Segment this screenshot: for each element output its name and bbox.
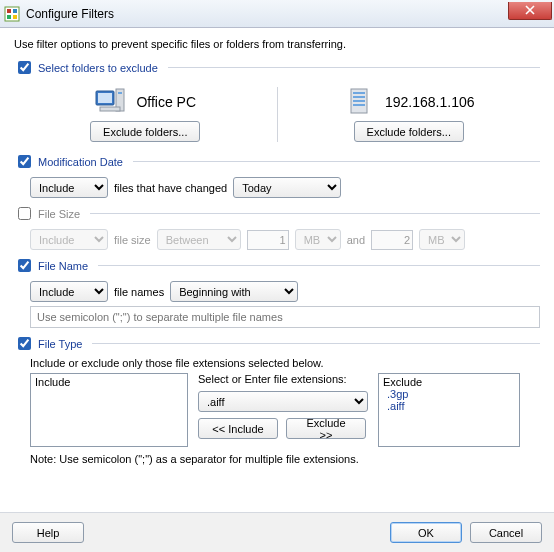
svg-rect-3: [7, 15, 11, 19]
moddate-mid-label: files that have changed: [114, 182, 227, 194]
section-rule: [168, 67, 540, 68]
moddate-range-select[interactable]: Today: [233, 177, 341, 198]
help-button[interactable]: Help: [12, 522, 84, 543]
folders-legend: Select folders to exclude: [38, 62, 158, 74]
filesize-value2-input[interactable]: [371, 230, 413, 250]
include-header: Include: [35, 376, 183, 388]
ok-button[interactable]: OK: [390, 522, 462, 543]
footer: Help OK Cancel: [0, 512, 554, 552]
filetype-checkbox[interactable]: [18, 337, 31, 350]
window-title: Configure Filters: [26, 7, 502, 21]
svg-rect-6: [98, 93, 112, 103]
cancel-button[interactable]: Cancel: [470, 522, 542, 543]
exclude-button[interactable]: Exclude >>: [286, 418, 366, 439]
include-button[interactable]: << Include: [198, 418, 278, 439]
section-rule: [92, 343, 540, 344]
title-bar: Configure Filters: [0, 0, 554, 28]
app-icon: [4, 6, 20, 22]
server-icon: [343, 87, 375, 117]
filesize-unit2-select[interactable]: MB: [419, 229, 465, 250]
section-rule: [98, 265, 540, 266]
filename-legend: File Name: [38, 260, 88, 272]
moddate-legend: Modification Date: [38, 156, 123, 168]
moddate-checkbox[interactable]: [18, 155, 31, 168]
section-rule: [133, 161, 540, 162]
filename-match-select[interactable]: Beginning with: [170, 281, 298, 302]
list-item[interactable]: .aiff: [383, 400, 515, 412]
filesize-and-label: and: [347, 234, 365, 246]
filesize-mode-select[interactable]: Include: [30, 229, 108, 250]
svg-rect-2: [13, 9, 17, 13]
exclude-listbox[interactable]: Exclude .3gp .aiff: [378, 373, 520, 447]
svg-rect-13: [353, 100, 365, 102]
left-pc-name: Office PC: [136, 94, 196, 110]
ext-label: Select or Enter file extensions:: [198, 373, 368, 385]
filetype-note: Note: Use semicolon (";") as a separator…: [30, 453, 540, 465]
filename-input[interactable]: [30, 306, 540, 328]
svg-rect-12: [353, 96, 365, 98]
svg-rect-11: [353, 92, 365, 94]
section-rule: [90, 213, 540, 214]
intro-text: Use filter options to prevent specific f…: [14, 38, 540, 50]
filesize-unit1-select[interactable]: MB: [295, 229, 341, 250]
computer-icon: [94, 87, 126, 117]
filesize-op-select[interactable]: Between: [157, 229, 241, 250]
filename-checkbox[interactable]: [18, 259, 31, 272]
filesize-mid-label: file size: [114, 234, 151, 246]
filename-mid-label: file names: [114, 286, 164, 298]
svg-rect-4: [13, 15, 17, 19]
ext-select[interactable]: .aiff: [198, 391, 368, 412]
moddate-mode-select[interactable]: Include: [30, 177, 108, 198]
filesize-checkbox[interactable]: [18, 207, 31, 220]
filesize-legend: File Size: [38, 208, 80, 220]
filesize-value1-input[interactable]: [247, 230, 289, 250]
close-button[interactable]: [508, 2, 552, 20]
svg-rect-14: [353, 104, 365, 106]
filename-mode-select[interactable]: Include: [30, 281, 108, 302]
exclude-folders-right-button[interactable]: Exclude folders...: [354, 121, 464, 142]
exclude-folders-left-button[interactable]: Exclude folders...: [90, 121, 200, 142]
list-item[interactable]: .3gp: [383, 388, 515, 400]
svg-rect-1: [7, 9, 11, 13]
right-pc-name: 192.168.1.106: [385, 94, 475, 110]
folders-checkbox[interactable]: [18, 61, 31, 74]
filetype-legend: File Type: [38, 338, 82, 350]
exclude-header: Exclude: [383, 376, 515, 388]
filetype-instr: Include or exclude only those file exten…: [30, 357, 540, 369]
svg-rect-8: [118, 92, 122, 94]
include-listbox[interactable]: Include: [30, 373, 188, 447]
svg-rect-9: [100, 107, 120, 111]
